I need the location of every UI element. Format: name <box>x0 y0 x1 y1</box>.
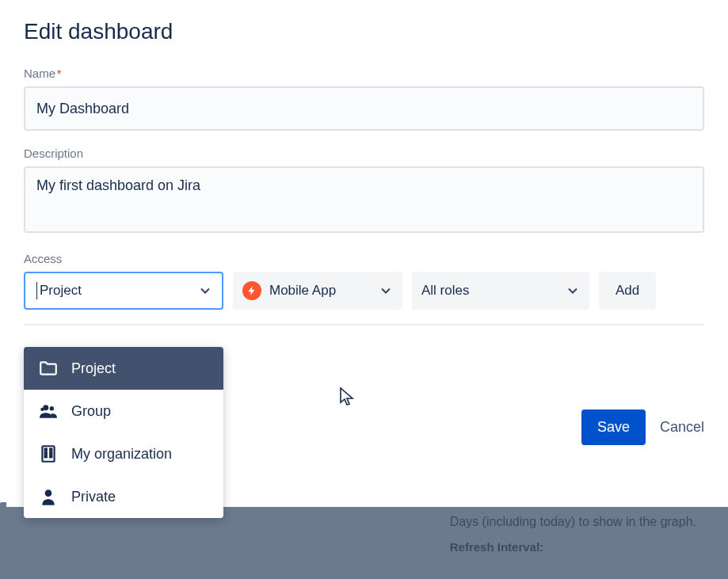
access-scope-select[interactable]: Mobile App <box>233 272 402 310</box>
svg-point-1 <box>50 406 54 410</box>
footer-buttons: Save Cancel <box>581 409 704 445</box>
chevron-down-icon <box>379 284 393 298</box>
svg-point-2 <box>40 408 44 411</box>
folder-icon <box>38 358 59 379</box>
access-scope-value: Mobile App <box>269 283 336 299</box>
svg-point-10 <box>45 489 52 497</box>
access-role-placeholder: All roles <box>421 283 469 299</box>
access-type-dropdown: Project Group My organization Private <box>24 347 223 518</box>
access-role-select[interactable]: All roles <box>412 272 589 310</box>
cursor-icon <box>339 387 355 407</box>
svg-rect-8 <box>45 455 47 457</box>
backdrop-refresh-label: Refresh Interval: <box>450 540 696 554</box>
name-field-group: Name* <box>24 67 704 131</box>
required-asterisk: * <box>57 67 61 80</box>
svg-rect-4 <box>45 449 47 451</box>
dropdown-item-private[interactable]: Private <box>24 475 223 518</box>
page-title: Edit dashboard <box>24 19 704 44</box>
access-type-select[interactable]: Project <box>24 272 223 310</box>
chevron-down-icon <box>566 284 580 298</box>
access-row: Project Mobile App All roles <box>24 272 704 310</box>
backdrop-days-text: Days (including today) to show in the gr… <box>450 515 696 529</box>
dropdown-item-label: Private <box>71 489 116 505</box>
name-input[interactable] <box>24 86 704 131</box>
divider <box>24 324 704 326</box>
access-field-group: Access Project Mobile App <box>24 252 704 326</box>
group-icon <box>38 401 59 421</box>
backdrop-content: Days (including today) to show in the gr… <box>450 515 696 554</box>
access-label: Access <box>24 252 704 265</box>
access-type-value: Project <box>40 283 82 299</box>
dropdown-item-group[interactable]: Group <box>24 390 223 432</box>
svg-rect-7 <box>50 452 51 454</box>
description-label: Description <box>24 147 704 160</box>
svg-rect-9 <box>50 455 51 457</box>
chevron-down-icon <box>198 284 212 298</box>
dropdown-item-organization[interactable]: My organization <box>24 432 223 475</box>
dropdown-item-project[interactable]: Project <box>24 347 223 390</box>
dropdown-item-label: Project <box>71 360 116 377</box>
name-label: Name* <box>24 67 704 80</box>
lightning-icon <box>242 281 261 300</box>
dropdown-item-label: Group <box>71 403 111 420</box>
cancel-button[interactable]: Cancel <box>660 419 704 436</box>
person-icon <box>38 486 59 507</box>
description-input[interactable]: My first dashboard on Jira <box>24 166 704 233</box>
description-field-group: Description My first dashboard on Jira <box>24 147 704 236</box>
svg-rect-6 <box>45 452 47 454</box>
save-button[interactable]: Save <box>581 409 646 445</box>
add-button[interactable]: Add <box>599 272 656 310</box>
building-icon <box>38 444 59 464</box>
svg-rect-5 <box>50 449 51 451</box>
dropdown-item-label: My organization <box>71 446 172 463</box>
